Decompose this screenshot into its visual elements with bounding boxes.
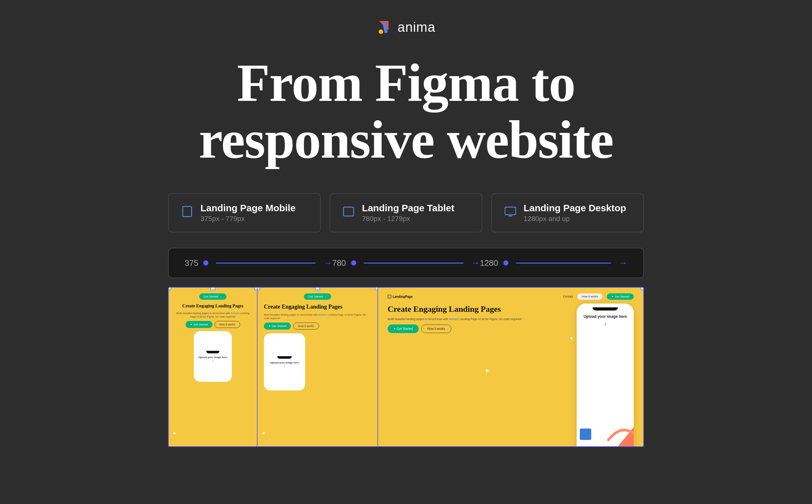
header: anima [0,0,812,48]
tablet-star-deco: ✦ [261,430,266,437]
desktop-upload-arrow: ↓ [604,321,606,326]
svg-point-1 [379,29,383,34]
desktop-how-label: How it works [427,327,445,331]
desktop-heading: Create Engaging Landing Pages [388,304,523,314]
bp-card-mobile-title: Landing Page Mobile [200,203,296,213]
hero-section: From Figma to responsive website [0,48,812,187]
desktop-started-btn[interactable]: ✦ Get Started [388,324,419,333]
bp-card-tablet[interactable]: Landing Page Tablet 780px - 1279px [330,193,482,232]
mobile-started-btn2[interactable]: ✦ Get Started [186,321,213,328]
tablet-breakpoint-icon [343,206,354,220]
bp-card-desktop-range: 1280px and up [524,215,626,223]
desktop-breakpoint-icon [505,206,516,220]
ruler-arrow-2: → [471,258,480,268]
tablet-started-btn2[interactable]: ✦ Get Started [264,323,291,330]
preview-panel-tablet: Get Started → Create Engaging Landing Pa… [258,288,378,446]
mobile-heading: Create Engaging Landing Pages [173,304,252,309]
mobile-cta-bar: Get Started → [173,293,252,300]
ruler-dot-2 [351,260,356,265]
ruler-value-1: 375 [185,258,198,268]
mobile-breakpoint-icon [181,206,193,220]
bp-card-mobile-info: Landing Page Mobile 375px - 779px [200,203,296,223]
handle-tr-tablet[interactable] [375,288,378,290]
handle-tr-desktop[interactable] [641,288,643,290]
logo-icon [377,19,393,36]
desktop-nav-cta-btn[interactable]: ✦ Get Started [607,293,634,300]
mobile-how-btn[interactable]: How it works [214,321,240,328]
desktop-phone-notch [593,307,618,311]
ruler-arrow-1: → [323,258,332,268]
tablet-how-btn[interactable]: How it works [293,323,319,330]
bp-card-tablet-range: 780px - 1279px [362,215,454,223]
red-shape-deco [602,415,634,446]
handle-tc-mobile[interactable] [210,288,215,290]
ruler-segment-1: 375 → [185,258,332,268]
desktop-upload-text: Upload your image here [584,314,627,319]
brand-name: anima [397,20,435,35]
mobile-subtext: Build beautiful landing pages in record … [173,311,252,318]
mobile-how-label: How it works [219,323,235,326]
mobile-star-deco: ✦ [172,430,177,437]
desktop-nav-contact[interactable]: Contact [563,295,573,298]
tablet-upload-arrow: ↓ [284,364,285,368]
ruler-segment-3: 1280 → [480,258,627,268]
svg-rect-14 [388,295,391,298]
bp-card-desktop-title: Landing Page Desktop [524,203,626,213]
desktop-navbar: LandingPage Contact How it works ✦ Get S… [388,293,634,300]
desktop-star-deco-1: ✦ [484,367,490,375]
desktop-how-btn[interactable]: How it works [421,324,451,333]
tablet-how-label: How it works [298,324,314,328]
tablet-get-started-label: Get Started → [308,295,327,298]
mobile-phone-notch [206,351,219,353]
preview-panel-desktop: LandingPage Contact How it works ✦ Get S… [378,288,643,446]
desktop-sub-before: Build beautiful landing pages in record … [388,317,449,321]
preview-section: Get Started → Create Engaging Landing Pa… [168,287,644,447]
desktop-sub-link[interactable]: Anima's [449,317,459,321]
bp-card-desktop[interactable]: Landing Page Desktop 1280px and up [491,193,644,232]
desktop-subtext: Build beautiful landing pages in record … [388,317,523,321]
tablet-heading: Create Engaging Landing Pages [264,304,371,311]
bp-card-tablet-title: Landing Page Tablet [362,203,454,213]
handle-tl-mobile[interactable] [169,288,171,290]
tablet-btn-row: ✦ Get Started How it works [264,323,371,330]
mobile-sub-link[interactable]: Anima's [231,312,239,315]
desktop-star-deco-2: ✦ [569,335,573,341]
handle-tr-mobile[interactable] [254,288,258,290]
desktop-sub-after: Landing Page UI kit for Figma. No code r… [459,317,521,321]
desktop-left-content: Create Engaging Landing Pages Build beau… [388,304,523,333]
ruler-line-1 [216,263,316,264]
mobile-btn-row: ✦ Get Started How it works [173,321,252,328]
handle-tl-tablet[interactable] [258,288,260,290]
handle-tc-tablet[interactable] [315,288,320,290]
bp-card-desktop-info: Landing Page Desktop 1280px and up [524,203,626,223]
preview-panel-mobile: Get Started → Create Engaging Landing Pa… [169,288,258,446]
bp-card-tablet-info: Landing Page Tablet 780px - 1279px [362,203,454,223]
ruler-line-2 [364,263,463,264]
mobile-started-label2: ✦ Get Started [190,323,208,326]
svg-rect-10 [505,207,516,215]
desktop-nav-howitworks-btn[interactable]: How it works [577,293,602,300]
desktop-phone-mockup: Upload your image here ↓ [577,304,634,446]
ruler-bar: 375 → 780 → 1280 → [168,248,644,278]
tablet-get-started-btn[interactable]: Get Started → [304,293,331,300]
svg-rect-2 [183,206,192,217]
bp-card-mobile-range: 375px - 779px [200,215,296,223]
breakpoint-cards: Landing Page Mobile 375px - 779px Landin… [168,187,644,239]
ruler-value-2: 780 [332,258,346,268]
ruler-line-3 [516,263,611,264]
bp-card-mobile[interactable]: Landing Page Mobile 375px - 779px [168,193,321,232]
tablet-sub-link[interactable]: Anima's [318,313,327,316]
ruler-arrow-3: → [619,258,627,268]
ruler-dot-3 [503,260,508,265]
desktop-btn-row: ✦ Get Started How it works [388,324,523,333]
ruler-segment-2: 780 → [332,258,480,268]
desktop-started-label: ✦ Get Started [393,327,413,331]
tablet-started-label2: ✦ Get Started [268,324,286,328]
mobile-upload-arrow: ↓ [212,359,214,362]
blue-accent-deco [580,429,591,440]
mobile-get-started-label: Get Started → [204,295,222,298]
tablet-phone-notch [277,356,292,359]
mobile-phone-mockup: Upload your image here ↓ [194,331,232,382]
ruler-value-3: 1280 [480,258,498,268]
mobile-get-started-btn[interactable]: Get Started → [199,293,226,300]
